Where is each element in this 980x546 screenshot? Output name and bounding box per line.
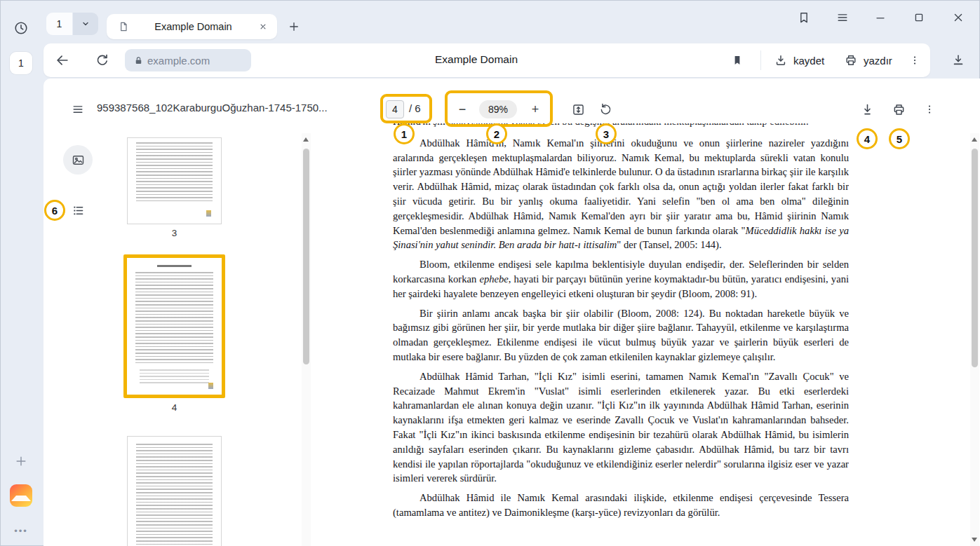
print-button-label: yazdır	[864, 55, 892, 67]
printer-icon	[843, 53, 859, 68]
paragraph: Abdülhak Hâmid ile Namık Kemal arasındak…	[393, 491, 849, 520]
rail-tab-counter[interactable]: 1	[10, 52, 32, 74]
new-tab-button[interactable]	[283, 16, 304, 37]
callout-4: 4	[857, 128, 878, 149]
collections-bookmark-icon[interactable]	[796, 9, 812, 26]
page-total: / 6	[409, 102, 421, 114]
main-scrollbar[interactable]	[970, 133, 979, 546]
thumbnail-content	[136, 444, 213, 546]
pdf-download-icon[interactable]	[859, 101, 875, 118]
thumbnail-page-5[interactable]	[127, 436, 222, 546]
pdf-kebab-icon[interactable]	[921, 101, 938, 118]
thumbnail-content	[135, 272, 213, 364]
thumbnail-label-4: 4	[123, 402, 225, 413]
thumbnail-page-3[interactable]	[127, 137, 222, 224]
thumbnail-label-3: 3	[123, 228, 225, 238]
pdf-viewer: 959387568_102KaraburguOğuzhan-1745-1750.…	[43, 79, 980, 546]
save-button-label: kaydet	[793, 55, 824, 67]
image-icon	[71, 153, 86, 168]
thumbnail-scrollbar-thumb[interactable]	[303, 149, 309, 364]
zoom-out-button[interactable]: −	[454, 101, 471, 118]
pdf-filename: 959387568_102KaraburguOğuzhan-1745-1750.…	[97, 102, 328, 114]
thumbnail-content	[136, 142, 213, 203]
bookmark-ribbon-icon[interactable]	[729, 52, 746, 69]
scroll-up-icon[interactable]	[972, 137, 977, 142]
thumbnail-scrollbar[interactable]	[302, 133, 311, 546]
rotate-icon[interactable]	[597, 101, 614, 118]
zoom-in-button[interactable]: +	[527, 101, 544, 118]
callout-1: 1	[394, 123, 415, 144]
thumbnail-title-line	[157, 265, 192, 267]
scroll-up-icon[interactable]	[303, 137, 309, 142]
callout-2: 2	[486, 123, 507, 144]
url-text: example.com	[147, 55, 210, 67]
thumbnail-logo	[206, 210, 211, 217]
tab-group-chevron-down-icon[interactable]	[73, 13, 98, 35]
paragraph: Bloom, etkilenme endişesi sele kapılma b…	[393, 257, 849, 301]
save-button[interactable]: kaydet	[770, 49, 827, 71]
browser-toolbar: example.com Example Domain kaydet yazdır	[43, 43, 930, 77]
scroll-down-icon[interactable]	[972, 538, 977, 542]
toolbar-divider	[760, 50, 761, 70]
back-icon[interactable]	[53, 50, 72, 70]
reload-icon[interactable]	[93, 50, 112, 70]
paragraph: Abdülhak Hâmid'in, Namık Kemal'ın şiirle…	[393, 136, 849, 252]
assistant-app-icon[interactable]	[10, 484, 32, 507]
fit-page-icon[interactable]	[570, 101, 586, 118]
toolbar-kebab-icon[interactable]	[905, 50, 925, 70]
page-number-input[interactable]: 4	[386, 100, 404, 118]
clipped-line: Hâmid'in şiir anlayışında meydana gelen …	[393, 123, 849, 129]
lock-icon	[132, 54, 145, 67]
pdf-print-icon[interactable]	[890, 101, 907, 118]
callout-5: 5	[889, 128, 910, 149]
rail-more-icon[interactable]: •••	[10, 526, 32, 536]
history-clock-icon[interactable]	[13, 20, 29, 36]
thumbnail-footnote	[140, 369, 209, 383]
toolbar-page-title: Example Domain	[406, 53, 546, 66]
outline-view-icon[interactable]	[69, 202, 86, 219]
tab-group-counter[interactable]: 1	[46, 13, 72, 35]
downloads-tray-icon[interactable]	[950, 52, 967, 69]
page-favicon-icon	[116, 20, 130, 34]
browser-window: 1 ••• 1 Example Domain	[0, 0, 980, 546]
tab-example-domain[interactable]: Example Domain	[107, 14, 277, 39]
main-scrollbar-thumb[interactable]	[972, 149, 978, 367]
pdf-text: Hâmid'in şiir anlayışında meydana gelen …	[393, 123, 849, 546]
rail-add-icon[interactable]	[13, 453, 29, 470]
paragraph: Abdülhak Hâmid Tarhan, "İçli Kız" isimli…	[393, 369, 849, 486]
paragraph: Bir şiirin anlamı ancak başka bir şiir o…	[393, 306, 849, 364]
callout-3: 3	[596, 123, 617, 144]
download-icon	[773, 53, 788, 68]
pdf-sidebar-menu-icon[interactable]	[69, 101, 86, 118]
window-close-icon[interactable]	[950, 9, 967, 26]
print-button[interactable]: yazdır	[840, 49, 895, 71]
callout-6: 6	[44, 200, 65, 221]
browser-menu-icon[interactable]	[834, 9, 851, 26]
tab-title: Example Domain	[130, 21, 256, 32]
window-maximize-icon[interactable]	[911, 9, 927, 26]
thumbnails-view-button[interactable]	[63, 145, 93, 175]
thumbnail-page-4-active[interactable]	[123, 254, 225, 398]
page-total-value: 6	[415, 102, 420, 114]
page-separator: /	[409, 102, 412, 114]
address-bar[interactable]: example.com	[125, 49, 251, 71]
zoom-level[interactable]: 89%	[479, 100, 517, 118]
window-minimize-icon[interactable]	[872, 9, 889, 26]
thumbnail-logo	[208, 383, 213, 389]
tab-close-icon[interactable]	[256, 20, 270, 34]
